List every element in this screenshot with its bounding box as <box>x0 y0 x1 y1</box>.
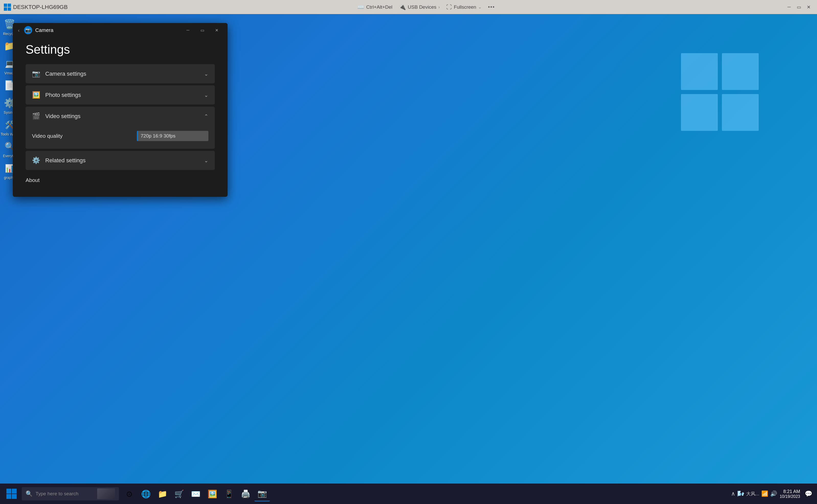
network-icon[interactable]: 📶 <box>761 490 768 497</box>
back-button[interactable]: ‹ <box>17 26 21 35</box>
maximize-camera-button[interactable]: ▭ <box>195 25 209 35</box>
video-section-left: 🎬 Video settings <box>32 112 81 120</box>
video-quality-row: Video quality 720p 16:9 30fps <box>32 130 208 142</box>
desktop: DESKTOP-LHG69GB ⌨️ Ctrl+Alt+Del 🔌 USB De… <box>0 0 817 504</box>
vm-window-buttons: ─ ▭ ✕ <box>785 3 813 12</box>
camera-chevron-icon: ⌄ <box>204 71 208 77</box>
svg-rect-8 <box>6 489 11 494</box>
more-dots-icon: ••• <box>488 4 495 10</box>
edge-browser-icon[interactable]: 🌐 <box>138 486 153 501</box>
video-quality-slider[interactable]: 720p 16:9 30fps <box>137 131 208 141</box>
ctrl-alt-del-label: Ctrl+Alt+Del <box>366 4 392 10</box>
svg-rect-7 <box>722 94 759 131</box>
close-vm-button[interactable]: ✕ <box>804 3 813 12</box>
search-icon: 🔍 <box>26 490 32 497</box>
taskbar: 🔍 Type here to search ⊙ 🌐 📁 🛒 ✉️ 🖼️ 📱 🖨️… <box>0 484 817 504</box>
maximize-vm-button[interactable]: ▭ <box>794 3 803 12</box>
camera-section-icon: 📷 <box>32 70 40 78</box>
about-label: About <box>26 172 215 186</box>
close-camera-button[interactable]: ✕ <box>209 25 224 35</box>
related-section-icon: ⚙️ <box>32 156 40 164</box>
weather-icon[interactable]: 🌬️ <box>737 490 744 497</box>
camera-settings-content: Settings 📷 Camera settings ⌄ 🖼️ Photo se… <box>13 37 227 197</box>
up-arrow-icon[interactable]: ∧ <box>731 490 735 497</box>
camera-section-left: 📷 Camera settings <box>32 70 86 78</box>
taskview-button[interactable]: ⊙ <box>121 486 137 501</box>
related-settings-section: ⚙️ Related settings ⌄ <box>26 151 215 170</box>
svg-rect-1 <box>8 4 11 7</box>
photo-chevron-icon: ⌄ <box>204 92 208 98</box>
fullscreen-icon: ⛶ <box>446 4 452 10</box>
video-quality-label: Video quality <box>32 133 63 139</box>
minimize-vm-button[interactable]: ─ <box>785 3 794 12</box>
usb-chevron-icon: › <box>438 5 440 9</box>
camera-taskbar-icon[interactable]: 📷 <box>254 486 270 501</box>
search-bar[interactable]: 🔍 Type here to search <box>22 487 119 500</box>
svg-rect-10 <box>6 494 11 499</box>
camera-settings-header[interactable]: 📷 Camera settings ⌄ <box>26 64 215 83</box>
ms-store-icon[interactable]: 🛒 <box>171 486 187 501</box>
svg-rect-3 <box>8 7 11 11</box>
mail-icon[interactable]: ✉️ <box>188 486 203 501</box>
related-section-label: Related settings <box>45 157 86 164</box>
search-placeholder-text: Type here to search <box>36 491 78 497</box>
svg-rect-5 <box>722 53 759 90</box>
svg-rect-2 <box>4 7 7 11</box>
vm-title-bar: DESKTOP-LHG69GB ⌨️ Ctrl+Alt+Del 🔌 USB De… <box>0 0 817 14</box>
camera-window-title: Camera <box>35 27 53 33</box>
video-chevron-icon: ⌃ <box>204 113 208 119</box>
taskbar-right: ∧ 🌬️ 大风... 📶 🔊 8:21 AM 10/19/2023 💬 <box>731 488 814 500</box>
app-icon-8[interactable]: 🖨️ <box>238 486 253 501</box>
camera-window-buttons: ─ ▭ ✕ <box>181 25 224 35</box>
fullscreen-chevron-icon: ⌄ <box>478 5 482 9</box>
clock-date: 10/19/2023 <box>780 494 800 499</box>
clock-display[interactable]: 8:21 AM 10/19/2023 <box>780 489 800 499</box>
related-section-left: ⚙️ Related settings <box>32 156 86 164</box>
photo-settings-header[interactable]: 🖼️ Photo settings ⌄ <box>26 85 215 105</box>
fullscreen-label: Fullscreen <box>454 4 477 10</box>
search-preview-image <box>97 488 115 499</box>
settings-page-title: Settings <box>26 42 215 56</box>
photo-section-icon: 🖼️ <box>32 91 40 99</box>
start-windows-icon <box>6 488 17 499</box>
slider-fill <box>137 131 138 141</box>
video-quality-value: 720p 16:9 30fps <box>141 133 175 139</box>
camera-title-bar: ‹ 📷 Camera ─ ▭ ✕ <box>13 23 227 37</box>
related-chevron-icon: ⌄ <box>204 157 208 164</box>
fullscreen-btn[interactable]: ⛶ Fullscreen ⌄ <box>446 4 482 10</box>
computer-name: DESKTOP-LHG69GB <box>13 4 68 10</box>
keyboard-icon: ⌨️ <box>357 4 364 10</box>
photo-section-left: 🖼️ Photo settings <box>32 91 81 99</box>
svg-rect-4 <box>681 53 718 90</box>
svg-rect-0 <box>4 4 7 7</box>
video-section-label: Video settings <box>45 113 81 120</box>
usb-devices-btn[interactable]: 🔌 USB Devices › <box>399 4 440 10</box>
camera-settings-section: 📷 Camera settings ⌄ <box>26 64 215 83</box>
svg-rect-11 <box>12 494 17 499</box>
video-settings-header[interactable]: 🎬 Video settings ⌃ <box>26 107 215 126</box>
video-quality-slider-container: 720p 16:9 30fps <box>137 131 208 141</box>
camera-section-label: Camera settings <box>45 71 86 77</box>
clock-time: 8:21 AM <box>780 489 800 494</box>
svg-rect-6 <box>681 94 718 131</box>
notification-center-button[interactable]: 💬 <box>803 488 814 500</box>
related-settings-header[interactable]: ⚙️ Related settings ⌄ <box>26 151 215 170</box>
minimize-camera-button[interactable]: ─ <box>181 25 195 35</box>
start-button[interactable] <box>3 486 20 501</box>
photos-app-icon[interactable]: 🖼️ <box>204 486 220 501</box>
video-settings-expanded: Video quality 720p 16:9 30fps <box>26 126 215 149</box>
volume-icon[interactable]: 🔊 <box>770 490 777 497</box>
camera-app-icon: 📷 <box>24 26 32 34</box>
camera-title-left: ‹ 📷 Camera <box>17 26 53 35</box>
file-explorer-icon[interactable]: 📁 <box>155 486 170 501</box>
ctrl-alt-del-btn[interactable]: ⌨️ Ctrl+Alt+Del <box>357 4 392 10</box>
usb-icon: 🔌 <box>399 4 406 10</box>
vm-title-controls: ⌨️ Ctrl+Alt+Del 🔌 USB Devices › ⛶ Fullsc… <box>357 4 495 10</box>
vm-title-left: DESKTOP-LHG69GB <box>4 4 68 11</box>
video-section-icon: 🎬 <box>32 112 40 120</box>
camera-settings-window: ‹ 📷 Camera ─ ▭ ✕ Settings 📷 Camera setti… <box>13 23 227 197</box>
system-tray-icons: ∧ 🌬️ 大风... 📶 🔊 <box>731 490 777 497</box>
app-icon-7[interactable]: 📱 <box>221 486 236 501</box>
more-options-btn[interactable]: ••• <box>488 4 495 10</box>
svg-rect-9 <box>12 489 17 494</box>
